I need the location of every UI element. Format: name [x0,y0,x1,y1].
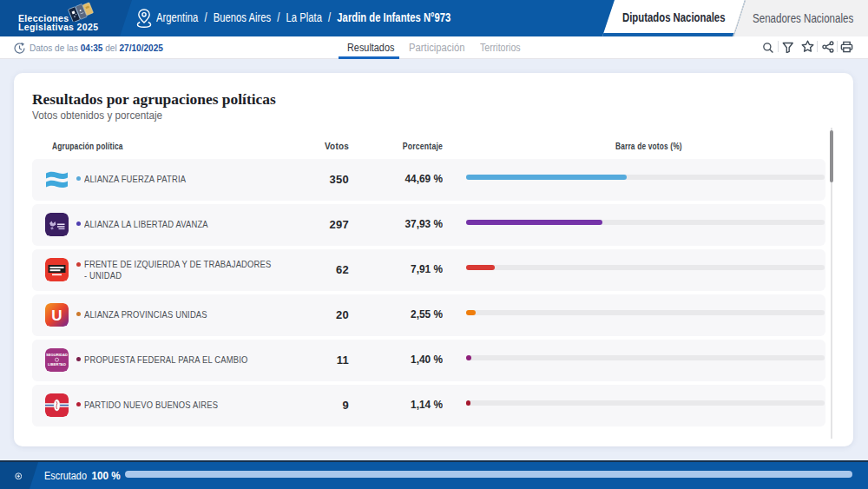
svg-text:U: U [51,307,62,324]
svg-text:SEGURIDAD: SEGURIDAD [46,353,68,357]
svg-text:LIBERTAD: LIBERTAD [48,362,66,367]
